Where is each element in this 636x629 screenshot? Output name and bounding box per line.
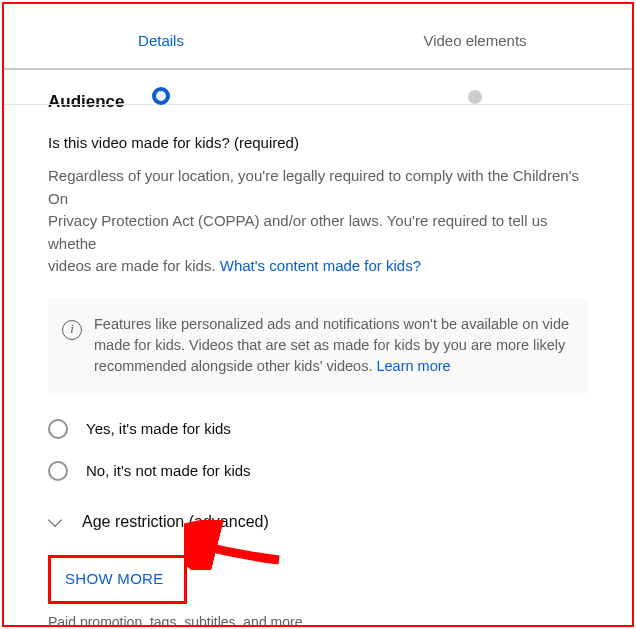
- chevron-down-icon: [48, 515, 62, 529]
- age-restriction-label: Age restriction (advanced): [82, 513, 269, 531]
- step-circle-active: [152, 87, 170, 105]
- radio-icon: [48, 419, 68, 439]
- info-text: Features like personalized ads and notif…: [94, 316, 569, 374]
- radio-icon: [48, 461, 68, 481]
- kids-features-info-box: i Features like personalized ads and not…: [48, 298, 588, 393]
- step-details-label: Details: [4, 32, 318, 49]
- show-more-button[interactable]: SHOW MORE: [65, 570, 164, 587]
- age-restriction-toggle[interactable]: Age restriction (advanced): [48, 513, 588, 531]
- step-circle-inactive: [468, 90, 482, 104]
- coppa-desc-line3: videos are made for kids.: [48, 257, 220, 274]
- step-video-elements-label: Video elements: [318, 32, 632, 49]
- radio-yes-label: Yes, it's made for kids: [86, 420, 231, 437]
- show-more-highlight-box: SHOW MORE: [48, 555, 187, 604]
- step-details[interactable]: Details: [4, 32, 318, 67]
- made-for-kids-question: Is this video made for kids? (required): [48, 134, 588, 151]
- coppa-desc-line1: Regardless of your location, you're lega…: [48, 167, 579, 207]
- show-more-subtext: Paid promotion, tags, subtitles, and mor…: [48, 614, 588, 627]
- radio-no-not-for-kids[interactable]: No, it's not made for kids: [48, 461, 588, 481]
- divider: [4, 104, 632, 105]
- info-icon: i: [62, 320, 82, 340]
- coppa-description: Regardless of your location, you're lega…: [48, 165, 588, 278]
- learn-more-link[interactable]: Learn more: [376, 358, 450, 374]
- radio-no-label: No, it's not made for kids: [86, 462, 251, 479]
- coppa-desc-line2: Privacy Protection Act (COPPA) and/or ot…: [48, 212, 548, 252]
- step-video-elements[interactable]: Video elements: [318, 32, 632, 67]
- details-content: Audience Is this video made for kids? (r…: [4, 92, 632, 627]
- audience-heading: Audience: [48, 92, 588, 112]
- content-for-kids-link[interactable]: What's content made for kids?: [220, 257, 421, 274]
- radio-yes-made-for-kids[interactable]: Yes, it's made for kids: [48, 419, 588, 439]
- made-for-kids-radios: Yes, it's made for kids No, it's not mad…: [48, 419, 588, 481]
- upload-stepper: Details Video elements: [4, 4, 632, 84]
